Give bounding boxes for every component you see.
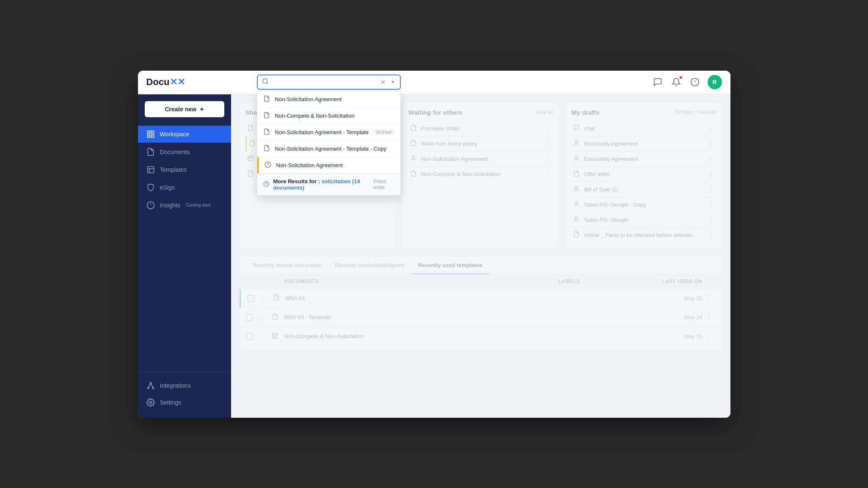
table-row[interactable]: ☆ MSA V2 - Template May 24 ⋮ [240,308,722,327]
view-all-link[interactable]: View all [698,109,716,115]
sidebar-item-insights[interactable]: Insights Coming soon [138,197,231,214]
svg-point-22 [575,141,577,143]
item-menu-icon[interactable]: ⋮ [708,216,714,224]
row-menu-icon[interactable]: ⋮ [703,313,715,321]
star-icon[interactable]: ☆ [259,333,272,340]
svg-point-26 [575,217,577,219]
row-checkbox[interactable] [248,295,254,302]
section-header: Waiting for others View all [408,109,553,116]
sidebar-item-workspace[interactable]: Workspace [138,126,231,143]
section-item[interactable]: Exclusivity Agreement ⋮ [571,136,716,152]
doc-type-icon [272,332,284,341]
row-last-used: May 15 [643,333,703,339]
svg-point-25 [575,201,577,204]
search-dropdown-arrow-icon[interactable]: ▼ [391,79,396,85]
tab-recently-shared[interactable]: Recently shared documents [246,257,328,274]
section-item[interactable]: Sales PO- Google - Copy ⋮ [571,197,716,212]
section-item[interactable]: Offer letter ⋮ [571,167,716,182]
section-item[interactable]: Purchase Order ⋮ [408,121,553,136]
item-menu-icon[interactable]: ⋮ [708,231,714,239]
tab-recently-used-templates[interactable]: Recently used templates [411,257,489,274]
search-result-item[interactable]: Non-Solicitation Agreement - Template Ar… [257,124,400,141]
item-menu-icon[interactable]: ⋮ [708,140,714,148]
create-new-button[interactable]: Create new + [145,101,224,117]
sidebar-item-templates[interactable]: Templates [138,161,231,178]
section-title: My drafts [571,109,600,116]
svg-rect-27 [273,333,278,338]
search-result-item[interactable]: Non-Solicitation Agreement - Template - … [257,141,400,157]
svg-rect-20 [248,156,253,161]
template-icon [247,155,255,163]
item-text: Sales PO- Google [584,217,704,223]
row-menu-icon[interactable]: ⋮ [703,294,715,302]
row-document-name: Non-Compete & Non-Solicitation [284,333,559,339]
svg-rect-10 [147,166,154,173]
item-menu-icon[interactable]: ⋮ [708,170,714,178]
sidebar-item-documents[interactable]: Documents [138,143,231,160]
item-menu-icon[interactable]: ⋮ [544,170,551,178]
row-menu-icon[interactable]: ⋮ [703,332,715,340]
svg-point-15 [147,387,149,389]
create-new-label: Create new [165,106,196,113]
section-item[interactable]: Work from home policy ⋮ [408,136,553,152]
insights-icon [146,201,155,210]
user-avatar[interactable]: R [708,75,722,89]
search-item-text: Non-Compete & Non-Solicitation [275,113,394,119]
top-bar: Docu✕✕ solicitation ✕ ▼ [138,71,730,94]
row-checkbox[interactable] [246,314,253,321]
table-row[interactable]: ☆ MSA V1 May 31 ⋮ [240,289,722,308]
section-item[interactable]: Article _ Facts to be checked before sel… [571,228,716,243]
sidebar-item-esign[interactable]: eSign [138,179,231,196]
search-result-item[interactable]: Non-Solicitation Agreement [257,91,400,108]
chat-icon[interactable] [652,76,664,88]
table-row[interactable]: ☆ Non-Compete & Non-Solicitation May 15 … [240,327,722,346]
item-menu-icon[interactable]: ⋮ [544,124,551,132]
item-menu-icon[interactable]: ⋮ [708,185,714,193]
sidebar-item-integrations[interactable]: Integrations [138,377,231,394]
section-item[interactable]: Non-Solicitation Agreement ⋮ [408,152,553,167]
svg-point-24 [575,186,577,188]
document-icon [263,95,271,103]
item-menu-icon[interactable]: ⋮ [708,201,714,209]
integrations-icon [146,381,155,390]
agreement-icon [573,140,581,147]
search-more-results[interactable]: More Results for : solicitation (14 docu… [257,174,400,195]
tab-recently-concluded[interactable]: Recently concluded/eSigned [328,257,411,274]
search-result-item[interactable]: Non-Compete & Non-Solicitation [257,108,400,124]
svg-point-21 [412,156,414,158]
section-item[interactable]: Sales PO- Google ⋮ [571,212,716,228]
item-menu-icon[interactable]: ⋮ [544,140,551,148]
sidebar-item-label: Settings [160,399,182,406]
row-checkbox[interactable] [246,333,253,340]
svg-rect-9 [151,135,154,137]
item-text: Non-Solicitation Agreement [421,156,541,162]
section-item[interactable]: Bill of Sale (1) ⋮ [571,182,716,197]
sidebar-item-label: Integrations [160,382,191,389]
search-box: solicitation ✕ ▼ [257,74,401,90]
item-text: Article _ Facts to be checked before sel… [584,232,704,238]
main-layout: Create new + Workspace [138,94,730,418]
section-item[interactable]: chat ⋮ [571,121,716,136]
item-text: Sales PO- Google - Copy [584,201,704,208]
section-item[interactable]: Non-Compete & Non-Solicitation ⋮ [408,167,553,182]
search-clear-icon[interactable]: ✕ [380,78,386,86]
star-icon[interactable]: ☆ [260,295,273,302]
search-input[interactable]: solicitation [272,79,377,85]
search-result-item[interactable]: Non-Solicitation Agreement [257,157,400,174]
star-icon[interactable]: ☆ [259,314,272,321]
svg-rect-7 [151,131,154,133]
article-icon [573,231,581,239]
agreement-icon [410,155,418,163]
table-section: Documents Labels Last Used on ☆ [240,274,722,349]
sidebar-item-settings[interactable]: Settings [138,394,231,411]
tabs-bar: Recently shared documents Recently concl… [240,257,722,274]
item-menu-icon[interactable]: ⋮ [708,155,714,163]
notifications-icon[interactable] [670,76,682,88]
templates-icon [146,165,155,174]
view-all-link[interactable]: View all [535,109,553,115]
item-menu-icon[interactable]: ⋮ [708,124,714,132]
section-item[interactable]: Exclusivity Agreement ⋮ [571,152,716,167]
info-icon[interactable] [689,76,701,88]
item-menu-icon[interactable]: ⋮ [544,155,551,163]
svg-point-0 [263,79,267,83]
